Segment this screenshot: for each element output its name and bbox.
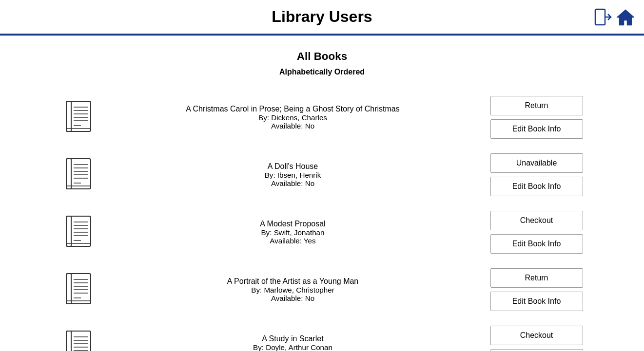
svg-rect-22: [66, 216, 71, 246]
book-info: A Modest Proposal By: Swift, Jonathan Av…: [98, 220, 488, 245]
book-availability: Available: No: [108, 294, 478, 302]
svg-rect-0: [595, 9, 605, 25]
book-info: A Christmas Carol in Prose; Being a Ghos…: [98, 105, 488, 130]
book-info: A Portrait of the Artist as a Young Man …: [98, 277, 488, 302]
book-title: A Portrait of the Artist as a Young Man: [108, 277, 478, 286]
book-title: A Study in Scarlet: [108, 334, 478, 343]
edit-book-button[interactable]: Edit Book Info: [490, 234, 583, 254]
svg-rect-30: [66, 274, 91, 304]
home-icon[interactable]: [617, 8, 634, 26]
edit-book-button[interactable]: Edit Book Info: [490, 177, 583, 196]
list-item: A Christmas Carol in Prose; Being a Ghos…: [54, 89, 590, 146]
svg-rect-3: [66, 101, 91, 131]
book-availability: Available: No: [108, 122, 478, 130]
main-content: All Books Alphabetically Ordered A Chris…: [0, 36, 644, 351]
list-item: A Doll's House By: Ibsen, Henrik Availab…: [54, 146, 590, 203]
edit-book-button[interactable]: Edit Book Info: [490, 349, 583, 351]
book-actions: Return Edit Book Info: [488, 96, 585, 139]
edit-book-button[interactable]: Edit Book Info: [490, 119, 583, 139]
action-button[interactable]: Unavailable: [490, 153, 583, 173]
section-title: All Books: [297, 50, 347, 63]
book-actions: Checkout Edit Book Info: [488, 326, 585, 351]
book-info: A Doll's House By: Ibsen, Henrik Availab…: [98, 162, 488, 187]
action-button[interactable]: Return: [490, 96, 583, 115]
book-list: A Christmas Carol in Prose; Being a Ghos…: [54, 89, 590, 351]
book-availability: Available: Yes: [108, 237, 478, 245]
list-item: A Study in Scarlet By: Doyle, Arthur Con…: [54, 318, 590, 351]
book-author: By: Swift, Jonathan: [108, 228, 478, 237]
book-author: By: Marlowe, Christopher: [108, 286, 478, 294]
book-icon: [59, 158, 98, 192]
svg-rect-31: [66, 274, 71, 304]
book-title: A Christmas Carol in Prose; Being a Ghos…: [108, 105, 478, 113]
book-info: A Study in Scarlet By: Doyle, Arthur Con…: [98, 334, 488, 351]
svg-marker-2: [618, 10, 633, 25]
book-availability: Available: No: [108, 179, 478, 187]
action-button[interactable]: Checkout: [490, 326, 583, 345]
action-button[interactable]: Return: [490, 268, 583, 288]
svg-rect-13: [66, 159, 71, 189]
list-item: A Modest Proposal By: Swift, Jonathan Av…: [54, 203, 590, 261]
section-subtitle: Alphabetically Ordered: [279, 68, 365, 76]
svg-rect-12: [66, 159, 91, 189]
svg-rect-21: [66, 216, 91, 246]
svg-rect-39: [66, 331, 91, 351]
book-title: A Doll's House: [108, 162, 478, 171]
book-icon: [59, 330, 98, 351]
list-item: A Portrait of the Artist as a Young Man …: [54, 261, 590, 318]
book-icon: [59, 215, 98, 249]
book-icon: [59, 273, 98, 307]
book-icon: [59, 100, 98, 134]
book-author: By: Ibsen, Henrik: [108, 171, 478, 179]
edit-book-button[interactable]: Edit Book Info: [490, 292, 583, 311]
book-author: By: Doyle, Arthur Conan: [108, 343, 478, 351]
book-title: A Modest Proposal: [108, 220, 478, 228]
header: Library Users: [0, 0, 644, 34]
book-actions: Unavailable Edit Book Info: [488, 153, 585, 196]
book-actions: Return Edit Book Info: [488, 268, 585, 311]
book-author: By: Dickens, Charles: [108, 113, 478, 122]
logout-icon[interactable]: [594, 8, 612, 26]
header-icons: [594, 8, 634, 26]
action-button[interactable]: Checkout: [490, 211, 583, 230]
page-title: Library Users: [272, 8, 372, 26]
book-actions: Checkout Edit Book Info: [488, 211, 585, 254]
svg-rect-4: [66, 101, 71, 131]
svg-rect-40: [66, 331, 71, 351]
